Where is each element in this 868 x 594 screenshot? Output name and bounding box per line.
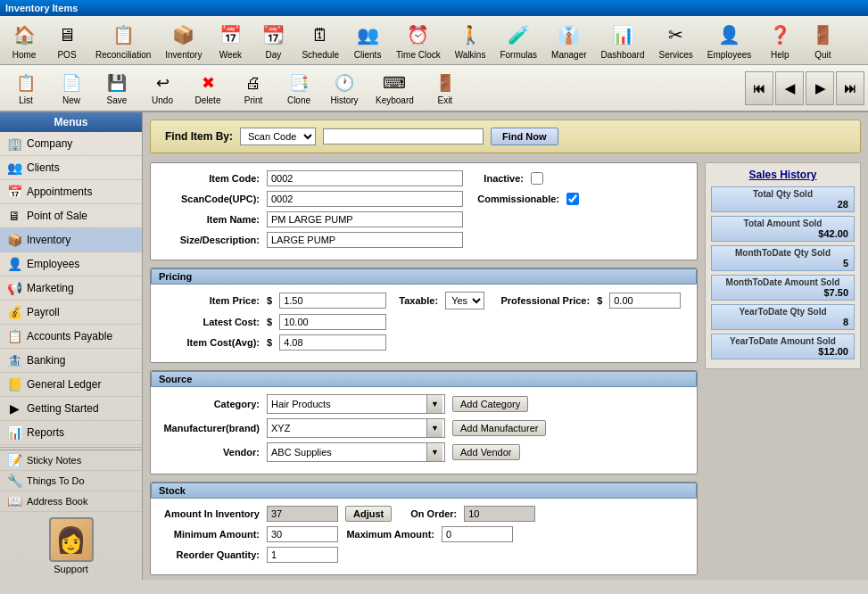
sec-history-button[interactable]: 🕐 History: [322, 67, 367, 109]
add-manufacturer-button[interactable]: Add Manufacturer: [452, 420, 546, 436]
vendor-arrow[interactable]: ▼: [426, 443, 442, 461]
category-row: Category: ▼ Add Category: [161, 394, 686, 414]
sidebar-address-book[interactable]: 📖 Address Book: [0, 491, 142, 512]
amount-inventory-input: [267, 506, 338, 522]
scan-code-input[interactable]: [267, 191, 463, 207]
latest-cost-row: Latest Cost: $: [161, 314, 686, 330]
vendor-input[interactable]: [268, 445, 426, 459]
toolbar-reconciliation[interactable]: 📋 Reconciliation: [89, 18, 157, 62]
item-name-input[interactable]: [267, 211, 463, 227]
employees-sidebar-icon: 👤: [7, 257, 21, 271]
nav-next-button[interactable]: ▶: [806, 71, 834, 105]
find-by-select[interactable]: Scan Code Item Code Item Name: [240, 128, 316, 145]
toolbar-timeclock[interactable]: ⏰ Time Clock: [390, 18, 447, 62]
toolbar-inventory[interactable]: 📦 Inventory: [159, 18, 208, 62]
save-icon: 💾: [104, 70, 129, 95]
toolbar-formulas[interactable]: 🧪 Formulas: [493, 18, 543, 62]
item-cost-row: Item Cost(Avg): $: [161, 334, 686, 351]
sidebar-item-company[interactable]: 🏢 Company: [0, 132, 142, 156]
services-icon: ✂: [662, 21, 690, 49]
manufacturer-arrow[interactable]: ▼: [426, 419, 442, 437]
item-cost-input[interactable]: [279, 334, 386, 351]
sec-delete-button[interactable]: ✖ Delete: [186, 67, 230, 109]
things-to-do-label: Things To Do: [27, 475, 85, 486]
add-vendor-button[interactable]: Add Vendor: [452, 444, 520, 460]
toolbar-pos[interactable]: 🖥 POS: [46, 18, 87, 62]
sidebar-item-clients[interactable]: 👥 Clients: [0, 156, 142, 180]
commissionable-checkbox[interactable]: [566, 193, 579, 205]
sidebar-item-appointments[interactable]: 📅 Appointments: [0, 180, 142, 204]
max-amount-input[interactable]: [442, 526, 513, 542]
sidebar-item-marketing[interactable]: 📢 Marketing: [0, 276, 142, 301]
sidebar-item-banking[interactable]: 🏦 Banking: [0, 349, 142, 373]
toolbar-day[interactable]: 📆 Day: [252, 18, 293, 62]
toolbar-services[interactable]: ✂ Services: [652, 18, 699, 62]
sidebar-item-reports[interactable]: 📊 Reports: [0, 421, 142, 445]
toolbar-clients[interactable]: 👥 Clients: [347, 18, 388, 62]
category-arrow[interactable]: ▼: [426, 395, 442, 413]
sidebar-item-general-ledger[interactable]: 📒 General Ledger: [0, 373, 142, 397]
mtd-qty-sold-label: MonthToDate Qty Sold: [717, 248, 848, 258]
sidebar-things-to-do[interactable]: 🔧 Things To Do: [0, 471, 142, 491]
item-code-input[interactable]: [267, 170, 463, 186]
sidebar-sticky-notes[interactable]: 📝 Sticky Notes: [0, 450, 142, 471]
inventory-sidebar-icon: 📦: [7, 233, 21, 247]
min-amount-input[interactable]: [267, 526, 338, 542]
toolbar-walkins[interactable]: 🚶 Walkins: [449, 18, 492, 62]
sidebar-item-inventory[interactable]: 📦 Inventory: [0, 228, 142, 252]
sec-save-button[interactable]: 💾 Save: [95, 67, 139, 109]
sec-print-button[interactable]: 🖨 Print: [231, 67, 276, 109]
nav-prev-button[interactable]: ◀: [775, 71, 804, 105]
employees-icon: 👤: [715, 21, 744, 49]
sticky-notes-label: Sticky Notes: [27, 455, 81, 466]
print-icon: 🖨: [241, 70, 266, 95]
adjust-button[interactable]: Adjust: [345, 506, 392, 522]
support-label: Support: [54, 564, 88, 574]
category-input[interactable]: [268, 397, 426, 411]
sec-keyboard-button[interactable]: ⌨ Keyboard: [368, 67, 422, 109]
manufacturer-dropdown[interactable]: ▼: [267, 418, 445, 438]
toolbar-quit[interactable]: 🚪 Quit: [802, 18, 843, 62]
reorder-qty-input[interactable]: [267, 547, 338, 563]
sidebar-item-accounts-payable[interactable]: 📋 Accounts Payable: [0, 325, 142, 349]
sec-new-label: New: [62, 95, 80, 105]
sidebar-item-employees[interactable]: 👤 Employees: [0, 252, 142, 276]
sidebar-item-payroll[interactable]: 💰 Payroll: [0, 301, 142, 325]
toolbar-pos-label: POS: [57, 50, 76, 60]
sec-undo-button[interactable]: ↩ Undo: [140, 67, 185, 109]
sidebar-item-pos[interactable]: 🖥 Point of Sale: [0, 204, 142, 228]
taxable-select[interactable]: Yes No: [445, 292, 484, 309]
toolbar-dashboard[interactable]: 📊 Dashboard: [595, 18, 651, 62]
nav-last-button[interactable]: ⏭: [836, 71, 864, 105]
category-dropdown[interactable]: ▼: [267, 394, 445, 414]
toolbar-home[interactable]: 🏠 Home: [4, 18, 45, 62]
nav-first-button[interactable]: ⏮: [745, 71, 773, 105]
toolbar-week[interactable]: 📅 Week: [210, 18, 251, 62]
toolbar-schedule[interactable]: 🗓 Schedule: [295, 18, 345, 62]
toolbar-employees[interactable]: 👤 Employees: [701, 18, 757, 62]
add-category-button[interactable]: Add Category: [452, 396, 528, 412]
sec-exit-button[interactable]: 🚪 Exit: [423, 67, 467, 109]
on-order-label: On Order:: [399, 508, 457, 519]
inventory-icon: 📦: [169, 21, 198, 49]
support-area[interactable]: 👩 Support: [0, 512, 142, 580]
sidebar-marketing-label: Marketing: [27, 282, 74, 294]
find-input[interactable]: [323, 128, 484, 144]
find-now-button[interactable]: Find Now: [491, 128, 558, 145]
sec-clone-button[interactable]: 📑 Clone: [277, 67, 321, 109]
toolbar-help[interactable]: ❓ Help: [759, 18, 800, 62]
toolbar-manager[interactable]: 👔 Manager: [545, 18, 592, 62]
ytd-qty-sold-item: YearToDate Qty Sold 8: [711, 304, 855, 330]
vendor-dropdown[interactable]: ▼: [267, 442, 445, 462]
manufacturer-input[interactable]: [268, 421, 426, 435]
undo-icon: ↩: [150, 70, 175, 95]
size-desc-input[interactable]: [267, 232, 463, 248]
sec-list-button[interactable]: 📋 List: [4, 67, 48, 109]
latest-cost-input[interactable]: [279, 314, 386, 330]
sec-new-button[interactable]: 📄 New: [49, 67, 94, 109]
sidebar-item-getting-started[interactable]: ▶ Getting Started: [0, 397, 142, 421]
inactive-checkbox[interactable]: [531, 172, 543, 185]
pro-price-input[interactable]: [609, 293, 681, 309]
ytd-qty-sold-label: YearToDate Qty Sold: [717, 307, 848, 317]
item-price-input[interactable]: [279, 293, 386, 309]
